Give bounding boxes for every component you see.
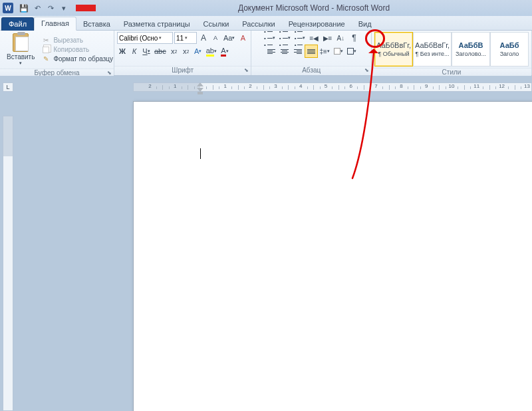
left-indent-marker[interactable] bbox=[198, 92, 203, 94]
multilevel-button[interactable]: ▾ bbox=[293, 32, 307, 44]
style-gallery[interactable]: АаБбВвГг,¶ ОбычныйАаБбВвГг,¶ Без инте...… bbox=[374, 32, 529, 67]
group-font-label: Шрифт⬊ bbox=[114, 66, 251, 75]
quick-access-toolbar: 💾 ↶ ↷ ▾ bbox=[16, 3, 72, 13]
tab-view[interactable]: Вид bbox=[352, 18, 378, 31]
align-center-button[interactable] bbox=[279, 45, 291, 57]
redacted-area bbox=[76, 5, 96, 11]
group-styles-label: Стили bbox=[372, 68, 531, 76]
paste-label: Вставить bbox=[7, 53, 35, 61]
align-right-button[interactable] bbox=[292, 45, 304, 57]
tab-mailings[interactable]: Рассылки bbox=[235, 18, 281, 31]
superscript-button[interactable]: x2 bbox=[181, 45, 192, 57]
title-bar: W 💾 ↶ ↷ ▾ Документ Microsoft Word - Micr… bbox=[0, 0, 532, 16]
paragraph-launcher[interactable]: ⬊ bbox=[363, 67, 370, 74]
clipboard-icon bbox=[13, 33, 29, 52]
tab-home[interactable]: Главная bbox=[34, 17, 76, 31]
underline-button[interactable]: Ч▾ bbox=[141, 45, 152, 57]
undo-button[interactable]: ↶ bbox=[32, 3, 43, 13]
tab-insert[interactable]: Вставка bbox=[76, 18, 117, 31]
group-font: Calibri (Осно▾ 11▾ A A Aa▾ A Ж К Ч▾ abc … bbox=[114, 31, 251, 75]
text-cursor bbox=[200, 148, 201, 159]
group-paragraph: ▾ ▾ ▾ ≡◀ ▶≡ A↓ ¶ ‡≡▾ ▾ ▾ Абзац⬊ bbox=[251, 31, 372, 75]
shrink-font-button[interactable]: A bbox=[210, 32, 221, 44]
group-clipboard: Вставить ▾ ✂Вырезать Копировать ✎Формат … bbox=[0, 31, 114, 75]
horizontal-ruler[interactable]: 211234567891011121314 bbox=[133, 82, 532, 92]
change-case-button[interactable]: Aa▾ bbox=[222, 32, 236, 44]
tab-references[interactable]: Ссылки bbox=[197, 18, 236, 31]
brush-icon: ✎ bbox=[41, 55, 51, 63]
justify-button[interactable] bbox=[305, 45, 317, 57]
format-painter-button[interactable]: ✎Формат по образцу bbox=[39, 55, 116, 64]
save-button[interactable]: 💾 bbox=[19, 3, 29, 13]
style-card[interactable]: АаБбВвГг,¶ Обычный bbox=[374, 32, 413, 67]
redo-button[interactable]: ↷ bbox=[45, 3, 56, 13]
copy-button[interactable]: Копировать bbox=[39, 45, 116, 55]
tab-review[interactable]: Рецензирование bbox=[282, 18, 352, 31]
highlight-button[interactable]: ab▾ bbox=[205, 45, 218, 57]
decrease-indent-button[interactable]: ≡◀ bbox=[308, 32, 320, 44]
qat-customize-button[interactable]: ▾ bbox=[59, 3, 69, 13]
group-styles: АаБбВвГг,¶ ОбычныйАаБбВвГг,¶ Без инте...… bbox=[372, 31, 532, 75]
tab-selector[interactable]: L bbox=[3, 82, 13, 92]
bullets-button[interactable]: ▾ bbox=[263, 32, 277, 44]
font-color-button[interactable]: A▾ bbox=[219, 45, 230, 57]
align-left-icon bbox=[267, 49, 275, 54]
app-name: Microsoft Word bbox=[336, 3, 390, 13]
numbering-button[interactable]: ▾ bbox=[278, 32, 292, 44]
style-card[interactable]: АаБбВЗаголово... bbox=[452, 32, 490, 67]
style-card[interactable]: АаБбВвГг,¶ Без инте... bbox=[413, 32, 452, 67]
paste-button[interactable]: Вставить ▾ bbox=[3, 32, 39, 67]
align-left-button[interactable] bbox=[265, 45, 277, 57]
document-area: L 211234567891011121314 bbox=[0, 76, 532, 411]
font-launcher[interactable]: ⬊ bbox=[243, 67, 249, 74]
show-pilcrow-button[interactable]: ¶ bbox=[348, 32, 360, 44]
ribbon: Вставить ▾ ✂Вырезать Копировать ✎Формат … bbox=[0, 31, 532, 76]
document-page[interactable] bbox=[133, 101, 532, 411]
text-effects-button[interactable]: A▾ bbox=[193, 45, 203, 57]
clear-format-button[interactable]: A bbox=[237, 32, 248, 44]
align-center-icon bbox=[281, 49, 289, 54]
style-card[interactable]: АаБбЗаголо bbox=[490, 32, 529, 67]
italic-button[interactable]: К bbox=[129, 45, 140, 57]
app-icon: W bbox=[3, 3, 13, 13]
vertical-ruler[interactable] bbox=[3, 116, 13, 411]
increase-indent-button[interactable]: ▶≡ bbox=[321, 32, 333, 44]
justify-icon bbox=[307, 49, 315, 54]
font-name-combo[interactable]: Calibri (Осно▾ bbox=[117, 32, 173, 44]
font-size-combo[interactable]: 11▾ bbox=[174, 32, 197, 44]
strike-button[interactable]: abc bbox=[153, 45, 168, 57]
shading-button[interactable]: ▾ bbox=[332, 45, 344, 57]
tab-file[interactable]: Файл bbox=[1, 17, 34, 31]
scissors-icon: ✂ bbox=[41, 37, 51, 45]
cut-button[interactable]: ✂Вырезать bbox=[39, 36, 116, 45]
tab-page-layout[interactable]: Разметка страницы bbox=[117, 18, 197, 31]
ribbon-tabs: Файл Главная Вставка Разметка страницы С… bbox=[0, 16, 532, 31]
grow-font-button[interactable]: A bbox=[198, 32, 209, 44]
borders-button[interactable]: ▾ bbox=[346, 45, 358, 57]
window-title: Документ Microsoft Word - Microsoft Word bbox=[96, 3, 532, 13]
document-title: Документ Microsoft Word bbox=[238, 3, 329, 13]
bold-button[interactable]: Ж bbox=[117, 45, 128, 57]
first-line-indent-marker[interactable] bbox=[197, 82, 203, 86]
group-paragraph-label: Абзац⬊ bbox=[251, 66, 371, 75]
sort-button[interactable]: A↓ bbox=[334, 32, 346, 44]
line-spacing-button[interactable]: ‡≡▾ bbox=[319, 45, 331, 57]
copy-icon bbox=[41, 46, 51, 54]
align-right-icon bbox=[294, 49, 302, 54]
subscript-button[interactable]: x2 bbox=[169, 45, 180, 57]
